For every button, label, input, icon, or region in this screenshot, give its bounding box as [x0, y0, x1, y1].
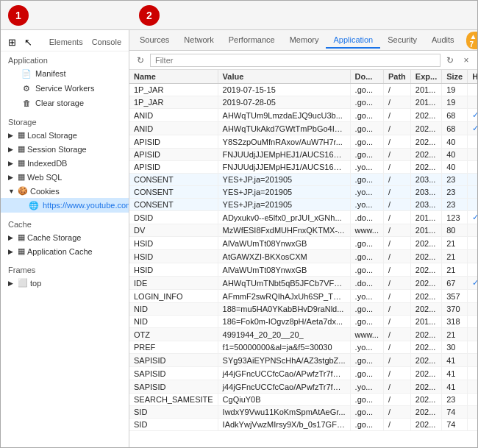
table-cell [468, 419, 477, 431]
table-row[interactable]: PREFf1=50000000&al=ja&f5=30030.yo.../202… [129, 341, 477, 354]
col-header-value[interactable]: Value [218, 70, 350, 84]
sidebar-item-cookies[interactable]: ▼ 🍪 Cookies [1, 184, 129, 198]
table-cell: 21 [442, 237, 468, 250]
table-cell: FNJUUdjJJEMpHEJ1/AUCS16Vp... [218, 161, 350, 174]
table-cell: Y8S2zpOuMfnRAxov/AuW7H7r... [218, 135, 350, 149]
table-cell: / [384, 96, 411, 109]
col-header-domain[interactable]: Do... [350, 70, 383, 84]
table-row[interactable]: HSIDAtGAWXZI-BKXosCXM.go.../202...21✓ [129, 250, 477, 263]
table-row[interactable]: SEARCH_SAMESITECgQiuY0B.go.../202...23St… [129, 394, 477, 406]
table-cell: 202... [410, 149, 441, 161]
table-row[interactable]: HSIDAlVaWUmTt08YnwxGB.go.../202...21✓ [129, 263, 477, 277]
table-cell: / [384, 135, 411, 149]
table-cell [468, 341, 477, 354]
table-cell: 202... [410, 303, 441, 316]
col-header-size[interactable]: Size [442, 70, 468, 84]
table-row[interactable]: ANIDAHWqTUkAkd7GWtTmPbGo4ID....go.../202… [129, 122, 477, 135]
table-row[interactable]: OTZ4991944_20_20__20_www.../202...21✓ [129, 328, 477, 341]
clear-filter-button[interactable]: ↻ [443, 54, 457, 67]
table-cell: 186=Fok0m-IOgvz8pH/Aeta7dx... [218, 316, 350, 328]
table-cell [468, 174, 477, 186]
table-cell: DV [129, 224, 218, 237]
sidebar-item-top[interactable]: ▶ ⬜ top [1, 276, 129, 290]
table-cell: 19 [442, 96, 468, 109]
table-cell: 21 [442, 328, 468, 341]
filter-input[interactable] [150, 54, 440, 67]
elements-tab[interactable]: Elements [46, 36, 86, 48]
table-cell: CONSENT [129, 174, 218, 186]
table-cell: / [384, 149, 411, 161]
table-cell: 202... [410, 328, 441, 341]
sidebar-item-session-storage[interactable]: ▶ ▦ Session Storage [1, 142, 129, 156]
table-row[interactable]: APISIDY8S2zpOuMfnRAxov/AuW7H7r....go.../… [129, 135, 477, 149]
sidebar-item-local-storage[interactable]: ▶ ▦ Local Storage [1, 128, 129, 142]
table-cell: 202... [410, 367, 441, 380]
sidebar-dock-icon[interactable]: ⊞ [5, 35, 18, 49]
table-cell: 202... [410, 109, 441, 122]
table-row[interactable]: SIDIAdkYwjVwzMIrsy9X/b_0s17GFfs....go...… [129, 419, 477, 431]
table-row[interactable]: ANIDAHWqTUm9Lmzda­EJQ9ucU3b....go.../202… [129, 109, 477, 122]
table-row[interactable]: LOGIN_INFOAFmmF2swRQIhAJxUh6SP_TQB....yo… [129, 290, 477, 303]
table-row[interactable]: CONSENTYES+JP.ja=201905.go.../203...23 [129, 174, 477, 186]
table-cell: f1=50000000&al=ja&f5=30030 [218, 341, 350, 354]
table-cell: .do... [350, 277, 383, 290]
col-header-name[interactable]: Name [129, 70, 218, 84]
table-row[interactable]: CONSENTYES+JP.ja=201905.yo.../203...23 [129, 186, 477, 199]
table-cell: IwdxY9Vwu11KoKmSpmAtAeGr... [218, 406, 350, 419]
tab-memory[interactable]: Memory [282, 32, 327, 49]
expand-arrow: ▶ [8, 280, 15, 287]
table-row[interactable]: SAPISIDSYg93AiEYPNScHhA/AZ3stgbZ....go..… [129, 354, 477, 367]
close-filter-button[interactable]: × [460, 54, 473, 67]
table-row[interactable]: SIDIwdxY9Vwu11KoKmSpmAtAeGr....go.../202… [129, 406, 477, 419]
tab-performance[interactable]: Performance [221, 32, 282, 49]
sidebar-item-web-sql[interactable]: ▶ ▦ Web SQL [1, 170, 129, 184]
sidebar-item-clear-storage[interactable]: 🗑 Clear storage [1, 96, 129, 110]
table-cell: 202... [410, 380, 441, 394]
table-row[interactable]: DVMzWfESI8FxdMUHFnxQKTMX-...www.../201..… [129, 224, 477, 237]
col-header-http[interactable]: HTTP [468, 70, 477, 84]
table-cell: 202... [410, 354, 441, 367]
table-row[interactable]: NID186=Fok0m-IOgvz8pH/Aeta7dx....go.../2… [129, 316, 477, 328]
table-cell: 202... [410, 277, 441, 290]
table-row[interactable]: SAPISIDj44jGFncUCCfcCao/APwfzTr7feb....y… [129, 380, 477, 394]
table-cell: / [384, 224, 411, 237]
table-row[interactable]: CONSENTYES+JP.ja=201905.yo.../203...23 [129, 199, 477, 211]
table-cell: AHWqTUkAkd7GWtTmPbGo4ID... [218, 122, 350, 135]
console-tab[interactable]: Console [89, 36, 124, 48]
tab-network[interactable]: Network [176, 32, 221, 49]
tab-audits[interactable]: Audits [424, 32, 462, 49]
table-cell: 21 [442, 250, 468, 263]
col-header-path[interactable]: Path [384, 70, 411, 84]
table-cell: 370 [442, 303, 468, 316]
table-row[interactable]: APISIDFNJUUdjJJEMpHEJ1/AUCS16Vp....go...… [129, 149, 477, 161]
badge-2: 2 [139, 5, 160, 26]
table-row[interactable]: NID188=mu5HA0YKabBHvD9raNld....go.../202… [129, 303, 477, 316]
table-row[interactable]: APISIDFNJUUdjJJEMpHEJ1/AUCS16Vp....yo...… [129, 161, 477, 174]
sidebar-cursor-icon[interactable]: ↖ [21, 35, 35, 49]
sidebar-item-cache-storage[interactable]: ▶ ▦ Cache Storage [1, 230, 129, 244]
sidebar-item-manifest[interactable]: 📄 Manifest [1, 66, 129, 81]
table-row[interactable]: IDEAHWqTUmTNbt5qB5JFCb7VFJa....do.../202… [129, 277, 477, 290]
table-row[interactable]: 1P_JAR2019-07-28-05.go.../201...19 [129, 96, 477, 109]
refresh-button[interactable]: ↻ [134, 54, 147, 67]
table-cell: 202... [410, 406, 441, 419]
tab-application[interactable]: Application [326, 32, 380, 49]
table-row[interactable]: DSIDADyxukv0--e5lfx0_prJUI_xGNh....do...… [129, 211, 477, 224]
table-cell: / [384, 161, 411, 174]
application-title: Application [1, 51, 129, 66]
sidebar-item-service-workers[interactable]: ⚙ Service Workers [1, 81, 129, 96]
table-row[interactable]: HSIDAlVaWUmTt08YnwxGB.go.../202...21✓ [129, 237, 477, 250]
sidebar-item-application-cache[interactable]: ▶ ▦ Application Cache [1, 244, 129, 258]
col-header-expires[interactable]: Exp... [410, 70, 441, 84]
table-row[interactable]: 1P_JAR2019-07-15-15.go.../201...19 [129, 84, 477, 96]
table-cell: 318 [442, 316, 468, 328]
badge-1: 1 [8, 5, 29, 26]
tab-security[interactable]: Security [380, 32, 424, 49]
table-row[interactable]: SAPISIDj44jGFncUCCfcCao/APwfzTr7feb....g… [129, 367, 477, 380]
table-cell: .go... [350, 84, 383, 96]
right-panel: Sources Network Performance Memory Appli… [129, 30, 477, 447]
tab-sources[interactable]: Sources [132, 32, 176, 49]
table-cell: ✓ [468, 109, 477, 122]
sidebar-item-indexeddb[interactable]: ▶ ▦ IndexedDB [1, 156, 129, 170]
sidebar-item-youtube-cookies[interactable]: 🌐 https://www.youtube.com [1, 198, 129, 213]
